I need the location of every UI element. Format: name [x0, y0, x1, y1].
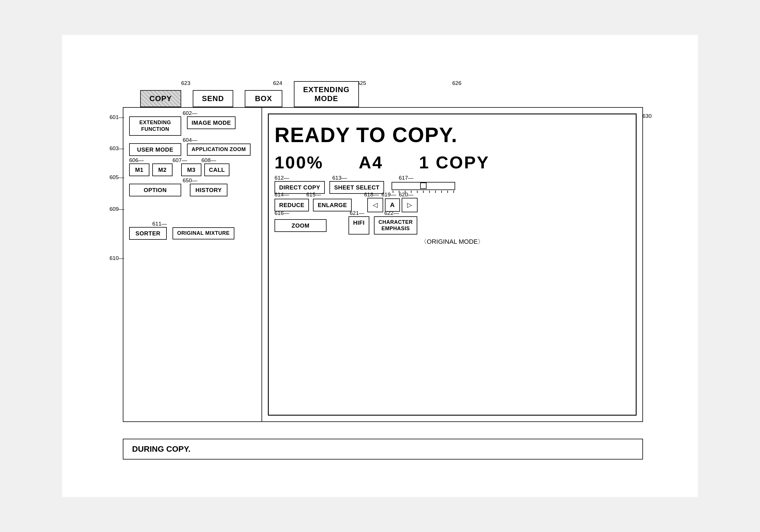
- status-bar: DURING COPY.: [123, 439, 643, 460]
- main-box: 601— 603— 605— 609— 610— 602— EXTENDINGF…: [123, 107, 643, 422]
- ref-603: 603—: [110, 145, 124, 152]
- status-row: 100% A4 1 COPY: [274, 153, 630, 172]
- ref-630: 630: [642, 113, 652, 119]
- ready-to-copy-text: READY TO COPY.: [274, 123, 630, 147]
- ref-601: 601—: [110, 114, 124, 120]
- ref-611-label: 611—: [152, 221, 167, 227]
- percent-value: 100%: [274, 153, 323, 172]
- ref-610: 610—: [110, 255, 124, 261]
- size-value: A4: [358, 153, 383, 172]
- ref-650-label: 650—: [183, 177, 197, 184]
- status-bar-text: DURING COPY.: [132, 444, 190, 454]
- ref-617-label: 617—: [399, 175, 413, 181]
- ref-604-label: 604—: [183, 137, 197, 143]
- btn-original-mixture[interactable]: ORIGINAL MIXTURE: [172, 227, 234, 240]
- diagram-container: 623 624 625 626 630 COPY SEND BOX EXTEND…: [106, 64, 654, 468]
- btn-enlarge[interactable]: ENLARGE: [313, 199, 352, 211]
- btn-image-mode[interactable]: IMAGE MODE: [187, 116, 235, 129]
- btn-m1[interactable]: M1: [129, 163, 149, 176]
- ref-620-label: 620—: [399, 192, 413, 198]
- btn-m2[interactable]: M2: [152, 163, 172, 176]
- ref-607-label: 607—: [172, 157, 187, 163]
- ref-609: 609—: [110, 206, 124, 212]
- ref-618-label: 618—: [364, 192, 379, 198]
- copy-count: 1 COPY: [419, 153, 490, 172]
- page-wrapper: 623 624 625 626 630 COPY SEND BOX EXTEND…: [62, 35, 698, 497]
- ref-602-label: 602—: [183, 110, 197, 116]
- btn-sorter[interactable]: SORTER: [129, 227, 167, 240]
- btn-call[interactable]: CALL: [204, 163, 229, 176]
- ref-622-label: 622—: [384, 210, 399, 216]
- btn-user-mode[interactable]: USER MODE: [129, 143, 181, 156]
- hifi-char-group: HIFI CHARACTEREMPHASIS: [349, 216, 417, 235]
- ref-621-label: 621—: [350, 210, 364, 216]
- slider-track[interactable]: [392, 182, 455, 190]
- ref-608-label: 608—: [201, 157, 216, 163]
- right-panel: READY TO COPY. 100% A4 1 COPY 612— 613— …: [268, 113, 637, 416]
- slider-thumb[interactable]: [420, 183, 427, 189]
- tab-box[interactable]: BOX: [245, 90, 282, 107]
- left-panel: 601— 603— 605— 609— 610— 602— EXTENDINGF…: [123, 108, 262, 421]
- btn-history[interactable]: HISTORY: [190, 184, 227, 197]
- ref-616-label: 616—: [274, 210, 289, 216]
- tab-copy[interactable]: COPY: [140, 90, 181, 107]
- ref-615-label: 615—: [306, 192, 321, 198]
- btn-m3[interactable]: M3: [181, 163, 201, 176]
- btn-hifi[interactable]: HIFI: [349, 216, 369, 235]
- btn-reduce[interactable]: REDUCE: [274, 199, 309, 211]
- btn-left-arrow[interactable]: ◁: [367, 198, 383, 212]
- original-mode-label: 〈ORIGINAL MODE〉: [274, 238, 630, 246]
- ref-606-label: 606—: [129, 157, 144, 163]
- ref-614-label: 614—: [274, 192, 289, 198]
- btn-extending-function[interactable]: EXTENDINGFUNCTION: [129, 116, 181, 136]
- ref-605: 605—: [110, 174, 124, 181]
- tab-extending-mode[interactable]: EXTENDINGMODE: [294, 81, 359, 107]
- btn-option[interactable]: OPTION: [129, 184, 181, 197]
- btn-zoom[interactable]: ZOOM: [274, 219, 326, 232]
- ref-613-label: 613—: [332, 175, 347, 181]
- btn-right-arrow[interactable]: ▷: [402, 198, 417, 212]
- tab-send[interactable]: SEND: [193, 90, 233, 107]
- btn-application-zoom[interactable]: APPLICATION ZOOM: [187, 144, 251, 156]
- ref-612-label: 612—: [274, 175, 289, 181]
- tab-row: COPY SEND BOX EXTENDINGMODE: [140, 81, 637, 107]
- ref-619-label: 619—: [381, 192, 396, 198]
- btn-character-emphasis[interactable]: CHARACTEREMPHASIS: [374, 216, 417, 235]
